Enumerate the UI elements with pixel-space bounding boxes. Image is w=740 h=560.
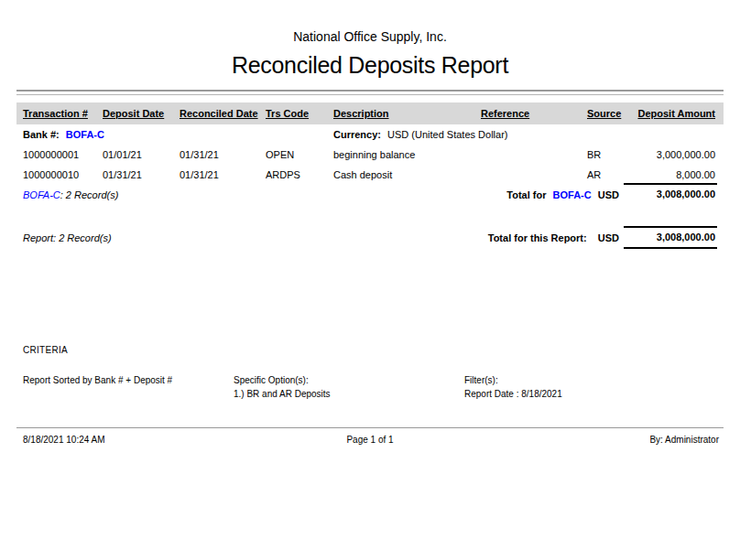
cell-reconciled-date: 01/31/21 — [180, 149, 266, 160]
title-divider-top-line — [16, 90, 724, 92]
currency-value: USD (United States Dollar) — [387, 129, 507, 140]
report-total-label: Total for this Report: USD — [348, 232, 619, 243]
cell-reference — [481, 149, 587, 160]
column-header-description: Description — [333, 108, 481, 119]
cell-source: BR — [587, 149, 636, 160]
bank-total-amount: 3,008,000.00 — [624, 183, 717, 199]
cell-transaction: 1000000010 — [23, 169, 103, 180]
bank-record-count-link[interactable]: BOFA-C — [23, 189, 60, 200]
column-header-source: Source — [587, 108, 636, 119]
currency-label-line: Currency: USD (United States Dollar) — [333, 129, 507, 140]
criteria-specific-options: Specific Option(s): 1.) BR and AR Deposi… — [234, 373, 331, 401]
cell-deposit-amount: 8,000.00 — [636, 169, 715, 180]
column-header-deposit-amount: Deposit Amount — [636, 108, 715, 119]
bank-group-label: Bank #: BOFA-C — [23, 129, 104, 140]
table-row: 1000000010 01/31/21 01/31/21 ARDPS Cash … — [16, 169, 724, 180]
criteria-heading: CRITERIA — [23, 345, 68, 355]
bank-total-currency: USD — [598, 189, 619, 200]
criteria-specific-options-value: 1.) BR and AR Deposits — [234, 387, 331, 401]
table-header-row: Transaction # Deposit Date Reconciled Da… — [16, 102, 724, 124]
footer-author: By: Administrator — [649, 435, 719, 445]
cell-description: beginning balance — [333, 149, 481, 160]
cell-trs-code: ARDPS — [266, 169, 333, 180]
column-header-reconciled-date: Reconciled Date — [180, 108, 266, 119]
cell-deposit-date: 01/31/21 — [103, 169, 180, 180]
cell-source: AR — [587, 169, 636, 180]
page-title: Reconciled Deposits Report — [0, 52, 740, 79]
criteria-filters-value: Report Date : 8/18/2021 — [464, 387, 562, 401]
cell-reference — [481, 169, 587, 180]
footer-divider — [16, 427, 724, 428]
bank-record-count-text: : 2 Record(s) — [60, 189, 119, 200]
report-total-amount: 3,008,000.00 — [624, 226, 717, 249]
currency-label: Currency: — [333, 129, 381, 140]
bank-total-label: Total for BOFA-C USD — [348, 189, 619, 200]
report-record-count: Report: 2 Record(s) — [23, 232, 112, 243]
column-header-transaction: Transaction # — [23, 108, 103, 119]
report-total-label-text: Total for this Report: — [488, 232, 587, 243]
cell-deposit-amount: 3,000,000.00 — [636, 149, 715, 160]
column-header-reference: Reference — [481, 108, 587, 119]
title-divider — [16, 90, 724, 95]
title-divider-bottom-line — [16, 94, 724, 95]
bank-record-count: BOFA-C: 2 Record(s) — [23, 189, 118, 200]
cell-deposit-date: 01/01/21 — [103, 149, 180, 160]
cell-trs-code: OPEN — [266, 149, 333, 160]
criteria-specific-options-label: Specific Option(s): — [234, 373, 331, 387]
column-header-trs-code: Trs Code — [266, 108, 333, 119]
criteria-filters-label: Filter(s): — [464, 373, 562, 387]
report-page: National Office Supply, Inc. Reconciled … — [0, 0, 740, 560]
bank-total-bank-link[interactable]: BOFA-C — [553, 189, 592, 200]
table-row: 1000000001 01/01/21 01/31/21 OPEN beginn… — [16, 149, 724, 160]
criteria-sorted-by: Report Sorted by Bank # + Deposit # — [23, 373, 172, 387]
cell-transaction: 1000000001 — [23, 149, 103, 160]
bank-total-label-text: Total for — [506, 189, 546, 200]
cell-description: Cash deposit — [333, 169, 481, 180]
bank-number-link[interactable]: BOFA-C — [66, 129, 104, 140]
report-total-currency: USD — [598, 232, 619, 243]
footer-page-number: Page 1 of 1 — [0, 435, 740, 445]
company-name: National Office Supply, Inc. — [0, 29, 740, 44]
cell-reconciled-date: 01/31/21 — [180, 169, 266, 180]
criteria-filters: Filter(s): Report Date : 8/18/2021 — [464, 373, 562, 401]
bank-number-label: Bank #: — [23, 129, 60, 140]
column-header-deposit-date: Deposit Date — [103, 108, 180, 119]
